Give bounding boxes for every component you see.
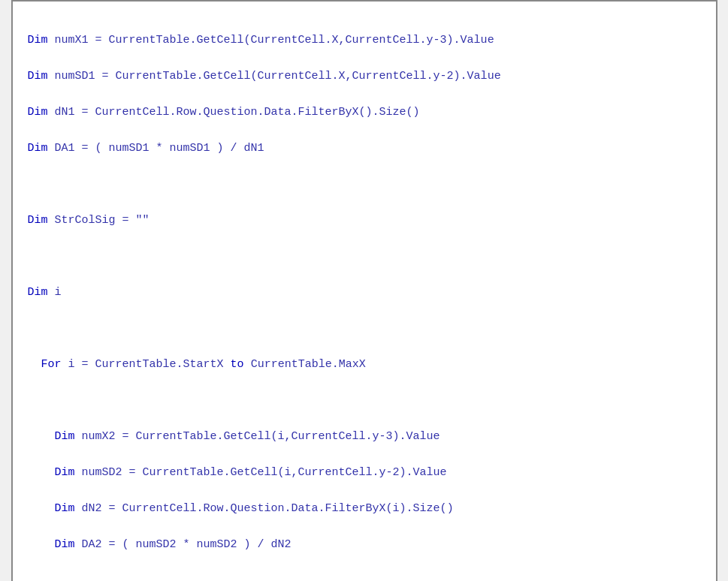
line-15: Dim DA2 = ( numSD2 * numSD2 ) / dN2 (28, 536, 701, 554)
line-16 (28, 572, 701, 581)
line-12: Dim numX2 = CurrentTable.GetCell(i,Curre… (28, 428, 701, 446)
line-5 (28, 176, 701, 194)
line-8: Dim i (28, 284, 701, 302)
line-11 (28, 392, 701, 410)
line-9 (28, 320, 701, 338)
line-13: Dim numSD2 = CurrentTable.GetCell(i,Curr… (28, 464, 701, 482)
line-7 (28, 248, 701, 266)
line-4: Dim DA1 = ( numSD1 * numSD1 ) / dN1 (28, 140, 701, 158)
line-2: Dim numSD1 = CurrentTable.GetCell(Curren… (28, 68, 701, 86)
code-content: Dim numX1 = CurrentTable.GetCell(Current… (28, 14, 701, 581)
line-14: Dim dN2 = CurrentCell.Row.Question.Data.… (28, 500, 701, 518)
line-3: Dim dN1 = CurrentCell.Row.Question.Data.… (28, 104, 701, 122)
code-editor: Dim numX1 = CurrentTable.GetCell(Current… (11, 0, 717, 581)
line-6: Dim StrColSig = "" (28, 212, 701, 230)
line-10: For i = CurrentTable.StartX to CurrentTa… (28, 356, 701, 374)
line-1: Dim numX1 = CurrentTable.GetCell(Current… (28, 32, 701, 50)
